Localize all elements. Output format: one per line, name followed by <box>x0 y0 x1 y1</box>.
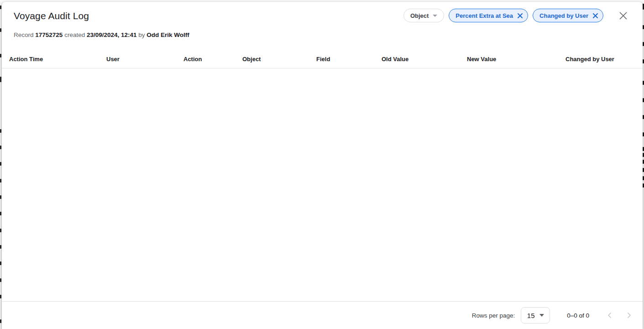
column-header-old-value: Old Value <box>382 56 408 63</box>
column-header-new-value: New Value <box>467 56 496 63</box>
filter-bar: Object Percent Extra at Sea Changed by U… <box>403 9 629 22</box>
record-id: 17752725 <box>35 31 63 38</box>
pagination-bar: Rows per page: 15 0–0 of 0 <box>2 301 643 329</box>
backdrop-text-fragment <box>0 146 1 149</box>
backdrop-text-fragment <box>0 28 1 32</box>
backdrop-text-fragment <box>0 5 1 9</box>
record-info-prefix: Record <box>14 31 34 38</box>
close-icon <box>618 11 628 21</box>
column-header-action: Action <box>183 56 202 63</box>
chevron-down-icon <box>433 15 437 17</box>
backdrop-text-fragment <box>0 229 1 232</box>
column-header-changed-by-user: Changed by User <box>565 56 614 63</box>
backdrop-text-fragment <box>0 278 1 282</box>
backdrop-text-fragment <box>0 179 1 183</box>
column-header-field: Field <box>316 56 330 63</box>
next-page-button[interactable] <box>623 310 634 321</box>
backdrop-text-fragment <box>0 212 1 215</box>
rows-per-page-label: Rows per page: <box>472 312 515 319</box>
audit-table-header: Action Time User Action Object Field Old… <box>2 50 643 68</box>
backdrop-text-fragment <box>0 261 1 265</box>
backdrop-text-fragment <box>0 245 1 249</box>
object-filter-dropdown[interactable]: Object <box>403 9 444 22</box>
backdrop-text-fragment <box>0 129 1 133</box>
record-created-by: Odd Erik Wolff <box>147 31 189 38</box>
filter-chip-changed-by-user[interactable]: Changed by User <box>533 9 603 22</box>
backdrop-text-fragment <box>0 295 1 298</box>
record-info: Record 17752725 created 23/09/2024, 12:4… <box>14 31 189 39</box>
backdrop-text-fragment <box>0 195 1 199</box>
backdrop-text-fragment <box>0 54 1 57</box>
chevron-down-icon <box>539 314 544 317</box>
filter-chip-label: Changed by User <box>539 12 588 19</box>
rows-per-page-select[interactable]: 15 <box>521 307 550 324</box>
voyage-audit-log-dialog: Voyage Audit Log Record 17752725 created… <box>2 2 643 329</box>
filter-chip-label: Percent Extra at Sea <box>456 12 513 19</box>
object-filter-label: Object <box>410 12 429 19</box>
chevron-right-icon <box>625 312 633 319</box>
record-created-label: created <box>64 31 85 38</box>
remove-filter-icon[interactable] <box>517 12 524 19</box>
column-header-object: Object <box>242 56 261 63</box>
chevron-left-icon <box>606 312 613 319</box>
backdrop-text-fragment <box>0 77 1 82</box>
backdrop-text-fragment <box>0 162 1 166</box>
remove-filter-icon[interactable] <box>592 12 599 19</box>
column-header-action-time: Action Time <box>9 56 43 63</box>
audit-table-body-empty <box>2 69 643 299</box>
record-created-at: 23/09/2024, 12:41 <box>87 31 137 38</box>
filter-chip-percent-extra-at-sea[interactable]: Percent Extra at Sea <box>449 9 528 22</box>
close-dialog-button[interactable] <box>617 10 629 21</box>
backdrop-text-fragment <box>0 319 1 323</box>
record-by-label: by <box>138 31 145 38</box>
page-title: Voyage Audit Log <box>14 10 89 22</box>
pagination-range: 0–0 of 0 <box>567 312 589 319</box>
column-header-user: User <box>106 56 120 63</box>
previous-page-button[interactable] <box>604 310 615 321</box>
rows-per-page-value: 15 <box>527 312 535 319</box>
